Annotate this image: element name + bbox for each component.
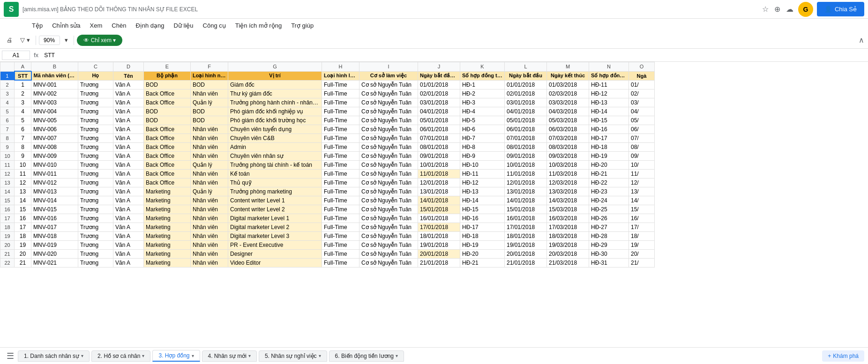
cell-row15-col10[interactable]: 14/01/2018: [418, 196, 460, 205]
cell-row2-col15[interactable]: 01/: [629, 80, 655, 89]
cell-row6-col6[interactable]: BOD: [191, 116, 228, 125]
cell-I1[interactable]: Cơ sở làm việc: [359, 71, 418, 80]
cell-row16-col9[interactable]: Cơ sở Nguyễn Tuân: [359, 205, 418, 214]
cell-row16-col15[interactable]: 15/: [629, 205, 655, 214]
cell-row18-col1[interactable]: 17: [15, 223, 31, 232]
cell-row5-col8[interactable]: Full-Time: [322, 107, 359, 116]
row-header-22[interactable]: 22: [0, 259, 15, 267]
cell-row6-col7[interactable]: Phó giám đốc khối trường học: [228, 116, 322, 125]
cell-row4-col11[interactable]: HĐ-3: [460, 98, 505, 107]
cell-row9-col2[interactable]: MNV-008: [31, 143, 78, 152]
cell-row3-col11[interactable]: HĐ-2: [460, 89, 505, 98]
row-header-13[interactable]: 13: [0, 178, 15, 187]
cell-row14-col13[interactable]: 13/03/2018: [547, 187, 589, 196]
menu-chinhedit[interactable]: Chỉnh sửa: [48, 21, 84, 30]
cell-row8-col9[interactable]: Cơ sở Nguyễn Tuân: [359, 134, 418, 143]
row-header-16[interactable]: 16: [0, 205, 15, 214]
cell-row13-col13[interactable]: 12/03/2018: [547, 178, 589, 187]
cell-row16-col2[interactable]: MNV-015: [31, 205, 78, 214]
cell-row19-col12[interactable]: 18/01/2018: [505, 232, 547, 241]
cell-row9-col13[interactable]: 08/03/2018: [547, 143, 589, 152]
cell-row10-col11[interactable]: HĐ-9: [460, 152, 505, 161]
cell-row21-col2[interactable]: MNV-020: [31, 250, 78, 259]
cell-row21-col5[interactable]: Marketing: [144, 250, 191, 259]
row-header-7[interactable]: 7: [0, 125, 15, 134]
cell-row7-col13[interactable]: 06/03/2018: [547, 125, 589, 134]
cell-row4-col8[interactable]: Full-Time: [322, 98, 359, 107]
cell-row16-col12[interactable]: 15/01/2018: [505, 205, 547, 214]
cell-row8-col13[interactable]: 07/03/2018: [547, 134, 589, 143]
cell-row17-col1[interactable]: 16: [15, 214, 31, 223]
col-header-O[interactable]: O: [629, 62, 655, 72]
row-header-8[interactable]: 8: [0, 134, 15, 143]
cell-row18-col5[interactable]: Marketing: [144, 223, 191, 232]
cell-row6-col12[interactable]: 05/01/2018: [505, 116, 547, 125]
cell-row13-col3[interactable]: Trương: [78, 178, 113, 187]
cell-row17-col11[interactable]: HĐ-16: [460, 214, 505, 223]
cell-row21-col6[interactable]: Nhân viên: [191, 250, 228, 259]
cell-row21-col9[interactable]: Cơ sở Nguyễn Tuân: [359, 250, 418, 259]
cell-row5-col14[interactable]: HĐ-14: [589, 107, 629, 116]
cell-row17-col13[interactable]: 16/03/2018: [547, 214, 589, 223]
cell-row21-col4[interactable]: Văn A: [113, 250, 144, 259]
cell-row8-col7[interactable]: Chuyên viên C&B: [228, 134, 322, 143]
cell-row11-col4[interactable]: Văn A: [113, 161, 144, 170]
cell-row14-col2[interactable]: MNV-013: [31, 187, 78, 196]
cell-row12-col15[interactable]: 11/: [629, 170, 655, 178]
cell-row7-col7[interactable]: Chuyên viên tuyển dụng: [228, 125, 322, 134]
cloud-sync-icon[interactable]: ☁: [786, 5, 793, 14]
cell-row16-col11[interactable]: HĐ-15: [460, 205, 505, 214]
row-header-11[interactable]: 11: [0, 161, 15, 170]
cell-row13-col5[interactable]: Back Office: [144, 178, 191, 187]
cell-row8-col2[interactable]: MNV-007: [31, 134, 78, 143]
cell-row22-col8[interactable]: Full-Time: [322, 259, 359, 267]
cell-row2-col13[interactable]: 01/03/2018: [547, 80, 589, 89]
cell-row13-col11[interactable]: HĐ-12: [460, 178, 505, 187]
cell-row9-col8[interactable]: Full-Time: [322, 143, 359, 152]
cell-row20-col15[interactable]: 19/: [629, 241, 655, 250]
cell-row7-col10[interactable]: 06/01/2018: [418, 125, 460, 134]
cell-row22-col13[interactable]: 21/03/2018: [547, 259, 589, 267]
cell-row6-col1[interactable]: 5: [15, 116, 31, 125]
cell-row7-col3[interactable]: Trương: [78, 125, 113, 134]
cell-row20-col5[interactable]: Marketing: [144, 241, 191, 250]
cell-row19-col14[interactable]: HĐ-28: [589, 232, 629, 241]
cell-row14-col6[interactable]: Quản lý: [191, 187, 228, 196]
cell-row4-col6[interactable]: Quản lý: [191, 98, 228, 107]
cell-row21-col3[interactable]: Trương: [78, 250, 113, 259]
cell-row7-col6[interactable]: Nhân viên: [191, 125, 228, 134]
cell-row2-col7[interactable]: Giám đốc: [228, 80, 322, 89]
cell-row10-col15[interactable]: 09/: [629, 152, 655, 161]
cell-row22-col11[interactable]: HĐ-21: [460, 259, 505, 267]
cell-row9-col12[interactable]: 08/01/2018: [505, 143, 547, 152]
cell-row3-col12[interactable]: 02/01/2018: [505, 89, 547, 98]
cell-row19-col8[interactable]: Full-Time: [322, 232, 359, 241]
cell-row22-col4[interactable]: Văn A: [113, 259, 144, 267]
menu-congcu[interactable]: Công cụ: [199, 21, 230, 30]
tab-nhan-su-nghi-viec[interactable]: 5. Nhân sự nghỉ việc ▾: [259, 350, 327, 362]
cell-row19-col13[interactable]: 18/03/2018: [547, 232, 589, 241]
col-header-D[interactable]: D: [113, 62, 144, 72]
cell-row4-col9[interactable]: Cơ sở Nguyễn Tuân: [359, 98, 418, 107]
cell-row15-col8[interactable]: Full-Time: [322, 196, 359, 205]
tab-hop-dong[interactable]: 3. Hợp đồng ▾: [152, 350, 200, 362]
cell-row9-col3[interactable]: Trương: [78, 143, 113, 152]
col-header-L[interactable]: L: [505, 62, 547, 72]
cell-row5-col4[interactable]: Văn A: [113, 107, 144, 116]
cell-row6-col5[interactable]: BOD: [144, 116, 191, 125]
cell-K1[interactable]: Số hợp đồng thử việc: [460, 71, 505, 80]
cell-row5-col6[interactable]: BOD: [191, 107, 228, 116]
cell-row15-col12[interactable]: 14/01/2018: [505, 196, 547, 205]
share-button[interactable]: 👤 Chia Sẻ: [817, 2, 864, 16]
cell-row16-col14[interactable]: HĐ-25: [589, 205, 629, 214]
cell-row21-col15[interactable]: 20/: [629, 250, 655, 259]
row-header-18[interactable]: 18: [0, 223, 15, 232]
row-header-12[interactable]: 12: [0, 170, 15, 178]
cell-row10-col5[interactable]: Back Office: [144, 152, 191, 161]
menu-tep[interactable]: Tệp: [28, 21, 46, 30]
cell-N1[interactable]: Số hợp đồng 1: [589, 71, 629, 80]
kham-pha-button[interactable]: + Khám phá: [822, 350, 864, 362]
view-only-button[interactable]: 👁 Chỉ xem ▾: [77, 35, 123, 46]
cell-row15-col9[interactable]: Cơ sở Nguyễn Tuân: [359, 196, 418, 205]
cell-row8-col5[interactable]: Back Office: [144, 134, 191, 143]
